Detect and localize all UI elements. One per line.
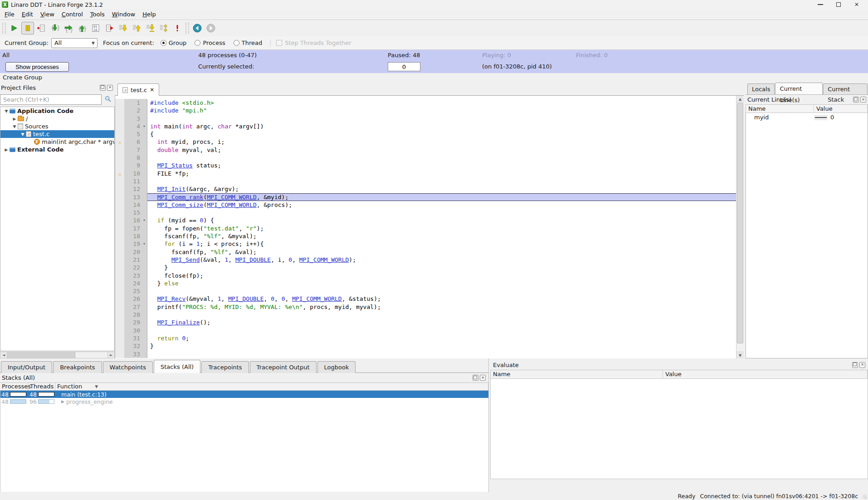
code-line-5[interactable]: 5{	[115, 130, 736, 138]
tree-item-sources[interactable]: ▼Sources	[0, 123, 114, 130]
add-breakpoint-button[interactable]	[35, 22, 48, 34]
vertical-scrollbar[interactable]: ▲ ▼	[736, 96, 744, 358]
tab-current-line-s-[interactable]: Current Line(s)	[775, 83, 823, 94]
expander-icon[interactable]: ▼	[20, 132, 26, 137]
run-to-line-button[interactable]: 0110	[89, 22, 102, 34]
code-line-16[interactable]: 16▾ if (myid == 0) {	[115, 216, 736, 224]
search-icon[interactable]	[104, 95, 112, 104]
tab-locals[interactable]: Locals	[747, 83, 775, 94]
tree-item-main-int-argc-char-argv[interactable]: Fmain(int argc,char * argv	[0, 138, 114, 146]
tab-watchpoints[interactable]: Watchpoints	[103, 361, 153, 373]
expander-icon[interactable]: ▶	[3, 147, 10, 152]
breakpoint-margin[interactable]	[115, 342, 124, 350]
fold-marker-icon[interactable]	[141, 209, 147, 216]
fold-marker-icon[interactable]	[141, 311, 147, 319]
breakpoint-margin[interactable]	[115, 264, 124, 271]
column-header-processes[interactable]: Processes	[0, 383, 28, 390]
fold-marker-icon[interactable]	[141, 232, 147, 240]
fold-marker-icon[interactable]	[141, 115, 147, 123]
close-panel-button[interactable]: ✕	[860, 97, 866, 103]
breakpoint-margin[interactable]	[115, 185, 124, 193]
down-stack-frame-button[interactable]	[117, 22, 129, 34]
menu-control[interactable]: Control	[58, 10, 87, 19]
tab-test-c[interactable]: .c test.c ✕	[117, 83, 159, 96]
breakpoint-margin[interactable]	[115, 327, 124, 334]
breakpoint-margin[interactable]	[115, 240, 124, 248]
code-line-25[interactable]: 25	[115, 287, 736, 295]
column-header-threads[interactable]: Threads	[28, 383, 55, 390]
focus-current-frame-button[interactable]	[103, 22, 116, 34]
column-header-value[interactable]: Value	[814, 105, 868, 113]
breakpoint-margin[interactable]	[115, 154, 124, 162]
breakpoint-margin[interactable]	[115, 334, 124, 342]
code-line-2[interactable]: 2#include "mpi.h"	[115, 107, 736, 114]
fold-marker-icon[interactable]	[141, 342, 147, 350]
breakpoint-margin[interactable]	[115, 130, 124, 138]
fold-marker-icon[interactable]	[141, 327, 147, 334]
fold-marker-icon[interactable]	[141, 225, 147, 232]
breakpoint-margin[interactable]	[115, 303, 124, 311]
pause-button[interactable]	[21, 22, 34, 34]
fold-marker-icon[interactable]	[141, 272, 147, 279]
minimize-button[interactable]	[817, 1, 824, 8]
code-line-11[interactable]: 11	[115, 177, 736, 185]
back-button[interactable]	[191, 22, 204, 34]
toolbar-handle-icon[interactable]	[2, 23, 6, 34]
code-line-14[interactable]: 14 MPI_Comm_size(MPI_COMM_WORLD, &procs)…	[115, 201, 736, 209]
code-line-13[interactable]: 13 MPI_Comm_rank(MPI_COMM_WORLD, &myid);	[115, 193, 736, 201]
horizontal-scrollbar[interactable]: ◄ ►	[0, 352, 115, 358]
align-stacks-button[interactable]	[157, 22, 170, 34]
breakpoint-margin[interactable]	[115, 232, 124, 240]
code-line-19[interactable]: 19▾ for (i = 1; i < procs; i++){	[115, 240, 736, 248]
column-header-function[interactable]: Function▼	[55, 383, 488, 390]
breakpoint-margin[interactable]	[115, 319, 124, 326]
code-line-29[interactable]: 29 MPI_Finalize();	[115, 319, 736, 326]
code-line-7[interactable]: 7 double myval, val;	[115, 146, 736, 154]
scrollbar-thumb[interactable]	[7, 352, 75, 358]
stop-messages-button[interactable]	[171, 22, 184, 34]
code-line-28[interactable]: 28	[115, 311, 736, 319]
breakpoint-margin[interactable]	[115, 115, 124, 123]
code-line-20[interactable]: 20 fscanf(fp, "%lf", &val);	[115, 248, 736, 256]
show-processes-button[interactable]: Show processes	[5, 62, 69, 72]
float-panel-button[interactable]	[853, 97, 859, 103]
fold-marker-icon[interactable]	[141, 201, 147, 209]
selected-process-input[interactable]	[388, 62, 420, 71]
fold-marker-icon[interactable]	[141, 334, 147, 342]
code-line-32[interactable]: 32}	[115, 342, 736, 350]
breakpoint-margin[interactable]	[115, 248, 124, 256]
code-line-26[interactable]: 26 MPI_Recv(&myval, 1, MPI_DOUBLE, 0, 0,…	[115, 295, 736, 303]
breakpoint-margin[interactable]	[115, 216, 124, 224]
code-line-15[interactable]: 15	[115, 209, 736, 216]
code-line-17[interactable]: 17 fp = fopen("test.dat", "r");	[115, 225, 736, 232]
fold-marker-icon[interactable]: ▾	[141, 240, 147, 248]
code-line-27[interactable]: 27 printf("PROCS: %d, MYID: %d, MYVAL: %…	[115, 303, 736, 311]
menu-help[interactable]: Help	[139, 10, 160, 19]
tab-stacks-all-[interactable]: Stacks (All)	[154, 360, 200, 373]
float-panel-button[interactable]	[852, 362, 858, 368]
code-line-21[interactable]: 21 MPI_Send(&val, 1, MPI_DOUBLE, i, 0, M…	[115, 256, 736, 264]
expander-icon[interactable]: ▼	[11, 124, 18, 129]
fold-marker-icon[interactable]	[141, 146, 147, 154]
fold-marker-icon[interactable]	[141, 256, 147, 264]
fold-marker-icon[interactable]	[141, 264, 147, 271]
breakpoint-margin[interactable]	[115, 107, 124, 114]
search-input[interactable]	[0, 94, 102, 105]
radio-thread[interactable]: Thread	[234, 39, 262, 46]
tab-breakpoints[interactable]: Breakpoints	[53, 361, 102, 373]
column-header-name[interactable]: Name	[491, 370, 663, 378]
expander-icon[interactable]: ▼	[3, 109, 10, 113]
breakpoint-margin[interactable]	[115, 162, 124, 169]
breakpoint-margin[interactable]	[115, 193, 124, 201]
fold-marker-icon[interactable]	[141, 185, 147, 193]
toolbar-handle-icon[interactable]	[185, 23, 189, 34]
code-line-31[interactable]: 31 return 0;	[115, 334, 736, 342]
code-line-1[interactable]: 1#include <stdio.h>	[115, 99, 736, 107]
step-out-button[interactable]: {}	[76, 22, 88, 34]
radio-group[interactable]: Group	[161, 39, 187, 46]
tab-tracepoints[interactable]: Tracepoints	[201, 361, 249, 373]
code-line-3[interactable]: 3	[115, 115, 736, 123]
code-line-12[interactable]: 12 MPI_Init(&argc, &argv);	[115, 185, 736, 193]
code-line-22[interactable]: 22 }	[115, 264, 736, 271]
fold-marker-icon[interactable]	[141, 319, 147, 326]
